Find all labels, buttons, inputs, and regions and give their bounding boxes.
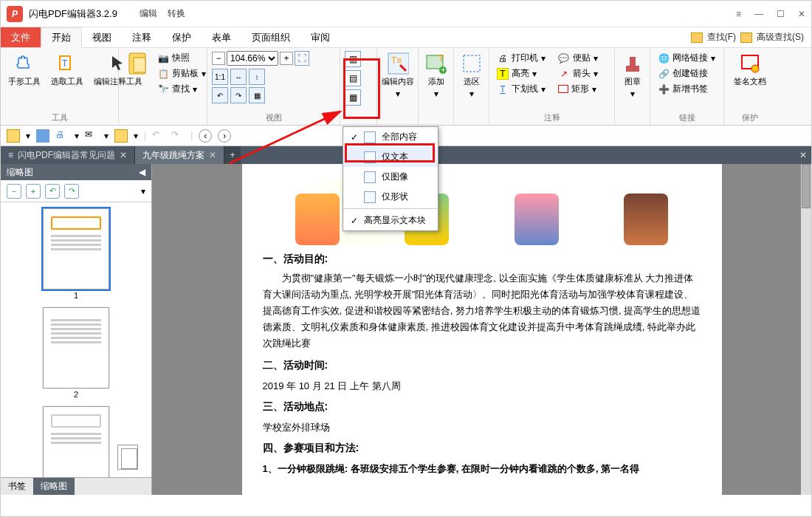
hamburger-icon[interactable]: ≡ xyxy=(736,9,741,19)
svg-text:T: T xyxy=(438,53,444,64)
web-link-button[interactable]: 🌐网络链接▾ xyxy=(655,51,719,65)
thumbnail-page-3[interactable] xyxy=(43,406,109,477)
doc-text-rules: 1、一分钟极限跳绳: 各班级安排五个学生参赛, 在限时一分钟内看谁跳的个数多, … xyxy=(263,462,701,476)
page-display-2-button[interactable]: ▤ xyxy=(345,70,361,86)
close-all-tabs-button[interactable]: ✕ xyxy=(795,146,811,164)
folder-button[interactable] xyxy=(114,129,128,143)
thumb-rotate-left-button[interactable]: ↶ xyxy=(45,184,60,199)
zoom-select[interactable]: 104.66% xyxy=(227,51,278,66)
actual-size-button[interactable]: 1:1 xyxy=(212,69,228,85)
dropdown-item-text[interactable]: 仅文本 xyxy=(343,147,438,167)
add-button[interactable]: T+ 添加 ▾ xyxy=(423,51,449,100)
snapshot-button[interactable]: 📷快照 xyxy=(154,51,209,65)
find-link[interactable]: 查找(F) xyxy=(707,31,736,44)
add-bookmark-button[interactable]: ➕新增书签 xyxy=(655,82,719,96)
chevron-down-icon: ▾ xyxy=(469,89,474,99)
sign-document-button[interactable]: 签名文档 xyxy=(729,51,771,89)
tab-file[interactable]: 文件 xyxy=(1,27,41,47)
sticky-note-button[interactable]: 💬便贴▾ xyxy=(555,51,610,65)
minimize-button[interactable]: — xyxy=(754,9,763,19)
rotate-left-button[interactable]: ↶ xyxy=(212,87,228,103)
menu-bar: 文件 开始 视图 注释 保护 表单 页面组织 审阅 查找(F) 高级查找(S) xyxy=(1,27,811,48)
all-content-icon xyxy=(364,131,376,143)
rectangle-button[interactable]: 矩形▾ xyxy=(555,82,610,96)
tab-protect[interactable]: 保护 xyxy=(162,27,202,47)
print-button[interactable]: 🖨 xyxy=(55,129,69,143)
create-link-button[interactable]: 🔗创建链接 xyxy=(655,66,719,81)
dropdown-item-image[interactable]: 仅图像 xyxy=(343,167,438,187)
underline-icon: T xyxy=(497,83,509,95)
tab-review[interactable]: 审阅 xyxy=(300,27,340,47)
scrollbar-thumb[interactable] xyxy=(802,164,811,208)
adv-find-link[interactable]: 高级查找(S) xyxy=(757,31,804,44)
find-button[interactable]: 🔭查找▾ xyxy=(154,82,209,96)
svg-point-14 xyxy=(751,65,759,72)
thumb-rotate-right-button[interactable]: ↷ xyxy=(64,184,79,199)
page-display-1-button[interactable]: ▥ xyxy=(345,51,361,67)
tab-form[interactable]: 表单 xyxy=(202,27,241,47)
open-button[interactable] xyxy=(7,129,20,143)
undo-button[interactable]: ↶ xyxy=(152,129,165,143)
chevron-down-icon: ▾ xyxy=(630,89,635,99)
chevron-down-icon: ▾ xyxy=(202,69,206,79)
mini-menu-edit[interactable]: 编辑 xyxy=(140,7,157,20)
dropdown-separator xyxy=(343,208,438,209)
select-tool-button[interactable]: T 选取工具 xyxy=(48,51,86,89)
sidebar-tab-thumbnail[interactable]: 缩略图 xyxy=(33,478,75,495)
thumb-zoom-in-button[interactable]: + xyxy=(26,184,41,199)
save-button[interactable] xyxy=(36,129,49,143)
prev-page-button[interactable]: ‹ xyxy=(199,129,212,143)
doc-tab-1[interactable]: ≡ 闪电PDF编辑器常见问题 ✕ xyxy=(1,146,135,164)
dropdown-item-all[interactable]: ✓全部内容 xyxy=(343,127,438,147)
edit-content-button[interactable]: T≡ 编辑内容 ▾ xyxy=(382,51,413,100)
underline-button[interactable]: T下划线▾ xyxy=(494,82,549,96)
close-button[interactable]: ✕ xyxy=(798,9,805,19)
page-display-3-button[interactable]: ▦ xyxy=(345,89,361,106)
fit-page-button[interactable]: ⛶ xyxy=(295,51,309,66)
sidebar-menu-button[interactable]: ▾ xyxy=(141,186,145,196)
svg-text:T≡: T≡ xyxy=(391,55,402,66)
email-button[interactable]: ✉ xyxy=(85,129,98,143)
highlight-button[interactable]: T高亮▾ xyxy=(494,66,549,81)
sidebar-header: 缩略图 ◀ xyxy=(1,164,151,180)
child-figure-icon xyxy=(295,194,340,245)
tab-page-org[interactable]: 页面组织 xyxy=(241,27,300,47)
thumbnail-page-1[interactable] xyxy=(43,208,109,290)
vertical-scrollbar[interactable] xyxy=(801,164,811,495)
dropdown-item-shape[interactable]: 仅形状 xyxy=(343,187,438,207)
tab-close-button[interactable]: ✕ xyxy=(209,150,216,160)
dropdown-item-highlight-blocks[interactable]: ✓高亮显示文本块 xyxy=(343,210,438,230)
tab-annotate[interactable]: 注释 xyxy=(122,27,162,47)
bookmark-add-icon: ➕ xyxy=(658,83,670,95)
zoom-out-button[interactable]: − xyxy=(212,52,225,65)
thumbnail-page-2[interactable] xyxy=(43,307,109,388)
zoom-in-button[interactable]: + xyxy=(280,52,293,65)
rotate-right-button[interactable]: ↷ xyxy=(230,87,247,103)
text-select-icon: T xyxy=(56,52,78,75)
fit-height-button[interactable]: ↕ xyxy=(249,69,265,85)
redo-button[interactable]: ↷ xyxy=(171,129,185,143)
paste-button[interactable] xyxy=(123,51,151,96)
fit-width-button[interactable]: ↔ xyxy=(230,69,247,85)
view-mode-button[interactable]: ▦ xyxy=(249,87,265,103)
stamp-button[interactable]: 图章 ▾ xyxy=(619,51,645,100)
sidebar-tab-bookmark[interactable]: 书签 xyxy=(1,478,33,495)
doc-tab-2[interactable]: 九年级跳绳方案 ✕ xyxy=(135,146,224,164)
tab-start[interactable]: 开始 xyxy=(41,27,82,48)
select-area-button[interactable]: 选区 ▾ xyxy=(458,51,484,100)
hand-tool-button[interactable]: 手形工具 xyxy=(5,51,44,89)
shape-only-icon xyxy=(364,191,376,203)
tab-close-button[interactable]: ✕ xyxy=(120,150,127,160)
next-page-button[interactable]: › xyxy=(218,129,231,143)
arrow-button[interactable]: ↗箭头▾ xyxy=(555,66,610,81)
collapse-sidebar-button[interactable]: ◀ xyxy=(139,167,145,177)
printer-button[interactable]: 🖨打印机▾ xyxy=(494,51,549,65)
tab-view[interactable]: 视图 xyxy=(82,27,122,47)
mini-menu-convert[interactable]: 转换 xyxy=(168,7,185,20)
document-viewport[interactable]: 一、活动目的: 为贯彻"健康第一"每天锻炼一小时"的现代健康理念, 以全面实施《… xyxy=(152,164,811,495)
clipboard-button[interactable]: 📋剪贴板▾ xyxy=(154,66,209,81)
new-tab-button[interactable]: + xyxy=(224,146,241,164)
child-figure-icon xyxy=(515,194,559,245)
maximize-button[interactable]: ☐ xyxy=(777,9,785,19)
thumb-zoom-out-button[interactable]: − xyxy=(7,184,21,199)
